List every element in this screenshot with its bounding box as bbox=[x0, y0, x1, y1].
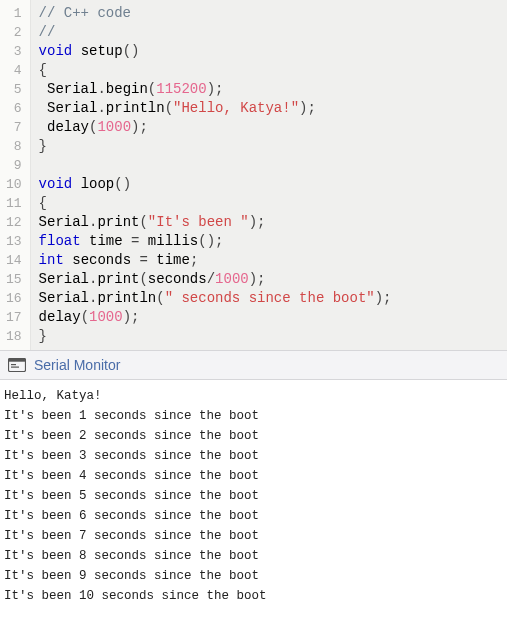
code-token: () bbox=[198, 233, 215, 249]
code-token: println bbox=[106, 100, 165, 116]
code-token: / bbox=[207, 271, 215, 287]
code-token: Serial bbox=[39, 214, 89, 230]
code-token: ; bbox=[307, 100, 315, 116]
code-line[interactable]: // C++ code bbox=[39, 4, 499, 23]
code-token: int bbox=[39, 252, 64, 268]
line-number: 17 bbox=[6, 308, 22, 327]
code-token: ; bbox=[139, 119, 147, 135]
code-token: 1000 bbox=[89, 309, 123, 325]
line-number: 10 bbox=[6, 175, 22, 194]
code-token: ( bbox=[139, 214, 147, 230]
code-line[interactable]: { bbox=[39, 194, 499, 213]
code-line[interactable]: Serial.print("It's been "); bbox=[39, 213, 499, 232]
line-number: 7 bbox=[6, 118, 22, 137]
code-token: ; bbox=[131, 309, 139, 325]
code-token: "It's been " bbox=[148, 214, 249, 230]
code-token: ) bbox=[249, 271, 257, 287]
serial-line: It's been 1 seconds since the boot bbox=[4, 406, 503, 426]
serial-monitor-title: Serial Monitor bbox=[34, 357, 120, 373]
code-line[interactable] bbox=[39, 156, 499, 175]
code-token: "Hello, Katya!" bbox=[173, 100, 299, 116]
code-token: ; bbox=[190, 252, 198, 268]
code-token bbox=[72, 176, 80, 192]
code-token: delay bbox=[39, 309, 81, 325]
code-token: Serial bbox=[39, 271, 89, 287]
serial-line: It's been 3 seconds since the boot bbox=[4, 446, 503, 466]
code-line[interactable]: { bbox=[39, 61, 499, 80]
code-line[interactable]: } bbox=[39, 327, 499, 346]
code-line[interactable]: void setup() bbox=[39, 42, 499, 61]
serial-line: It's been 8 seconds since the boot bbox=[4, 546, 503, 566]
code-editor[interactable]: 123456789101112131415161718 // C++ code/… bbox=[0, 0, 507, 350]
code-line[interactable]: delay(1000); bbox=[39, 308, 499, 327]
code-line[interactable]: float time = millis(); bbox=[39, 232, 499, 251]
line-number: 9 bbox=[6, 156, 22, 175]
code-token: delay bbox=[47, 119, 89, 135]
code-token: setup bbox=[81, 43, 123, 59]
code-token: 1000 bbox=[215, 271, 249, 287]
code-token: void bbox=[39, 176, 73, 192]
code-line[interactable]: int seconds = time; bbox=[39, 251, 499, 270]
code-token: ) bbox=[207, 81, 215, 97]
serial-line: It's been 9 seconds since the boot bbox=[4, 566, 503, 586]
line-gutter: 123456789101112131415161718 bbox=[0, 0, 31, 350]
serial-line: It's been 2 seconds since the boot bbox=[4, 426, 503, 446]
code-token: ( bbox=[139, 271, 147, 287]
code-line[interactable]: void loop() bbox=[39, 175, 499, 194]
line-number: 15 bbox=[6, 270, 22, 289]
serial-monitor-header[interactable]: Serial Monitor bbox=[0, 350, 507, 380]
code-token: ; bbox=[215, 233, 223, 249]
code-token: seconds bbox=[148, 271, 207, 287]
code-token: () bbox=[123, 43, 140, 59]
line-number: 14 bbox=[6, 251, 22, 270]
code-line[interactable]: Serial.print(seconds/1000); bbox=[39, 270, 499, 289]
code-line[interactable]: } bbox=[39, 137, 499, 156]
code-area[interactable]: // C++ code//void setup(){ Serial.begin(… bbox=[31, 0, 507, 350]
code-token: . bbox=[97, 100, 105, 116]
code-line[interactable]: Serial.begin(115200); bbox=[39, 80, 499, 99]
code-line[interactable]: delay(1000); bbox=[39, 118, 499, 137]
code-token: ; bbox=[215, 81, 223, 97]
code-line[interactable]: // bbox=[39, 23, 499, 42]
line-number: 12 bbox=[6, 213, 22, 232]
serial-line: It's been 6 seconds since the boot bbox=[4, 506, 503, 526]
code-token: 1000 bbox=[97, 119, 131, 135]
serial-monitor-icon bbox=[8, 358, 26, 372]
line-number: 8 bbox=[6, 137, 22, 156]
code-token: " seconds since the boot" bbox=[165, 290, 375, 306]
serial-line: Hello, Katya! bbox=[4, 386, 503, 406]
code-token: ; bbox=[383, 290, 391, 306]
code-token: Serial bbox=[39, 290, 89, 306]
line-number: 11 bbox=[6, 194, 22, 213]
code-token: 115200 bbox=[156, 81, 206, 97]
svg-rect-1 bbox=[9, 359, 26, 362]
code-line[interactable]: Serial.println("Hello, Katya!"); bbox=[39, 99, 499, 118]
code-token: float bbox=[39, 233, 81, 249]
code-token bbox=[39, 119, 47, 135]
serial-output[interactable]: Hello, Katya!It's been 1 seconds since t… bbox=[0, 380, 507, 616]
code-token: // bbox=[39, 24, 56, 40]
code-token: } bbox=[39, 138, 47, 154]
code-token: time bbox=[148, 252, 190, 268]
line-number: 6 bbox=[6, 99, 22, 118]
code-token: () bbox=[114, 176, 131, 192]
code-token: { bbox=[39, 195, 47, 211]
line-number: 1 bbox=[6, 4, 22, 23]
code-token: print bbox=[97, 271, 139, 287]
line-number: 3 bbox=[6, 42, 22, 61]
code-token: begin bbox=[106, 81, 148, 97]
line-number: 2 bbox=[6, 23, 22, 42]
code-token: . bbox=[97, 81, 105, 97]
code-line[interactable]: Serial.println(" seconds since the boot"… bbox=[39, 289, 499, 308]
serial-line: It's been 4 seconds since the boot bbox=[4, 466, 503, 486]
serial-line: It's been 7 seconds since the boot bbox=[4, 526, 503, 546]
code-token: { bbox=[39, 62, 47, 78]
svg-rect-3 bbox=[11, 367, 19, 368]
code-token: time bbox=[81, 233, 131, 249]
code-token: print bbox=[97, 214, 139, 230]
code-token: ( bbox=[156, 290, 164, 306]
serial-line: It's been 10 seconds since the boot bbox=[4, 586, 503, 606]
code-token: ( bbox=[148, 81, 156, 97]
svg-rect-2 bbox=[11, 364, 16, 365]
code-token: Serial bbox=[39, 81, 98, 97]
